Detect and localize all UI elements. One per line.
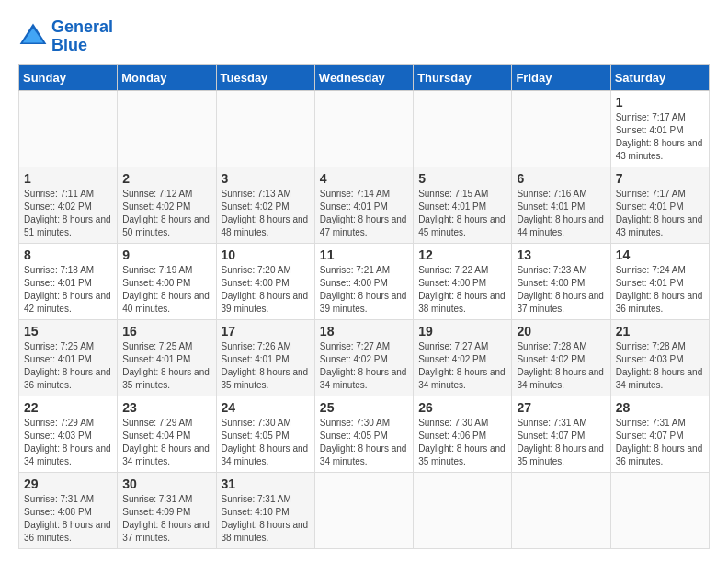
calendar-cell: 18 Sunrise: 7:27 AM Sunset: 4:02 PM Dayl… [314,319,413,396]
calendar-cell: 17 Sunrise: 7:26 AM Sunset: 4:01 PM Dayl… [216,319,314,396]
day-number: 1 [616,95,704,109]
day-number: 11 [320,247,408,262]
day-number: 20 [517,324,605,339]
calendar-cell: 16 Sunrise: 7:25 AM Sunset: 4:01 PM Dayl… [118,319,216,396]
day-info: Sunrise: 7:20 AM Sunset: 4:00 PM Dayligh… [222,264,310,316]
day-info: Sunrise: 7:17 AM Sunset: 4:01 PM Dayligh… [616,111,704,163]
day-number: 3 [222,171,310,186]
day-number: 23 [122,400,210,415]
day-number: 5 [418,171,506,186]
day-info: Sunrise: 7:18 AM Sunset: 4:01 PM Dayligh… [24,264,112,316]
day-info: Sunrise: 7:13 AM Sunset: 4:02 PM Dayligh… [222,188,310,239]
day-info: Sunrise: 7:15 AM Sunset: 4:01 PM Dayligh… [418,188,506,239]
calendar-cell: 2 Sunrise: 7:12 AM Sunset: 4:02 PM Dayli… [118,167,216,243]
day-info: Sunrise: 7:25 AM Sunset: 4:01 PM Dayligh… [24,340,112,392]
calendar-cell: 1 Sunrise: 7:17 AM Sunset: 4:01 PM Dayli… [610,90,709,167]
day-number: 24 [222,400,310,415]
day-info: Sunrise: 7:29 AM Sunset: 4:04 PM Dayligh… [122,417,210,468]
day-info: Sunrise: 7:19 AM Sunset: 4:00 PM Dayligh… [122,264,210,316]
calendar-cell [414,472,512,548]
calendar-cell: 25 Sunrise: 7:30 AM Sunset: 4:05 PM Dayl… [314,396,413,472]
calendar-week-6: 29 Sunrise: 7:31 AM Sunset: 4:08 PM Dayl… [19,472,710,548]
weekday-header-sunday: Sunday [19,64,118,90]
day-number: 26 [418,400,506,415]
day-info: Sunrise: 7:17 AM Sunset: 4:01 PM Dayligh… [616,188,704,239]
calendar-cell [314,90,413,167]
day-number: 27 [517,400,605,415]
calendar-cell: 19 Sunrise: 7:27 AM Sunset: 4:02 PM Dayl… [414,319,512,396]
day-number: 31 [222,477,310,491]
calendar-cell: 31 Sunrise: 7:31 AM Sunset: 4:10 PM Dayl… [216,472,314,548]
day-number: 29 [24,477,112,491]
day-info: Sunrise: 7:24 AM Sunset: 4:01 PM Dayligh… [616,264,704,316]
calendar-cell: 1 Sunrise: 7:11 AM Sunset: 4:02 PM Dayli… [19,167,118,243]
day-info: Sunrise: 7:31 AM Sunset: 4:10 PM Dayligh… [222,493,310,545]
logo-text: General Blue [51,18,113,55]
day-number: 21 [616,324,704,339]
day-info: Sunrise: 7:31 AM Sunset: 4:07 PM Dayligh… [517,417,605,468]
day-number: 7 [616,171,704,186]
day-info: Sunrise: 7:11 AM Sunset: 4:02 PM Dayligh… [24,188,112,239]
day-info: Sunrise: 7:25 AM Sunset: 4:01 PM Dayligh… [122,340,210,392]
page-header: General Blue [18,18,710,55]
calendar-cell: 9 Sunrise: 7:19 AM Sunset: 4:00 PM Dayli… [118,243,216,319]
calendar-cell: 12 Sunrise: 7:22 AM Sunset: 4:00 PM Dayl… [414,243,512,319]
calendar-cell [512,472,610,548]
day-number: 19 [418,324,506,339]
calendar-week-5: 22 Sunrise: 7:29 AM Sunset: 4:03 PM Dayl… [19,396,710,472]
calendar-cell: 11 Sunrise: 7:21 AM Sunset: 4:00 PM Dayl… [314,243,413,319]
calendar-week-4: 15 Sunrise: 7:25 AM Sunset: 4:01 PM Dayl… [19,319,710,396]
calendar-cell: 3 Sunrise: 7:13 AM Sunset: 4:02 PM Dayli… [216,167,314,243]
calendar-cell [216,90,314,167]
calendar-cell: 28 Sunrise: 7:31 AM Sunset: 4:07 PM Dayl… [610,396,709,472]
day-number: 10 [222,247,310,262]
calendar-week-3: 8 Sunrise: 7:18 AM Sunset: 4:01 PM Dayli… [19,243,710,319]
day-number: 25 [320,400,408,415]
calendar-cell: 20 Sunrise: 7:28 AM Sunset: 4:02 PM Dayl… [512,319,610,396]
day-info: Sunrise: 7:31 AM Sunset: 4:09 PM Dayligh… [122,493,210,545]
day-number: 6 [517,171,605,186]
weekday-header-wednesday: Wednesday [314,64,413,90]
calendar-cell: 4 Sunrise: 7:14 AM Sunset: 4:01 PM Dayli… [314,167,413,243]
day-number: 14 [616,247,704,262]
calendar-cell: 10 Sunrise: 7:20 AM Sunset: 4:00 PM Dayl… [216,243,314,319]
day-info: Sunrise: 7:26 AM Sunset: 4:01 PM Dayligh… [222,340,310,392]
calendar-cell: 14 Sunrise: 7:24 AM Sunset: 4:01 PM Dayl… [610,243,709,319]
calendar-cell [314,472,413,548]
calendar-week-2: 1 Sunrise: 7:11 AM Sunset: 4:02 PM Dayli… [19,167,710,243]
logo: General Blue [18,18,113,55]
day-info: Sunrise: 7:31 AM Sunset: 4:07 PM Dayligh… [616,417,704,468]
day-info: Sunrise: 7:28 AM Sunset: 4:03 PM Dayligh… [616,340,704,392]
logo-icon [18,22,48,52]
day-number: 4 [320,171,408,186]
calendar-cell: 24 Sunrise: 7:30 AM Sunset: 4:05 PM Dayl… [216,396,314,472]
weekday-header-monday: Monday [118,64,216,90]
day-info: Sunrise: 7:30 AM Sunset: 4:05 PM Dayligh… [222,417,310,468]
calendar-cell: 27 Sunrise: 7:31 AM Sunset: 4:07 PM Dayl… [512,396,610,472]
day-number: 28 [616,400,704,415]
day-number: 1 [24,171,112,186]
calendar-cell [19,90,118,167]
calendar-cell: 29 Sunrise: 7:31 AM Sunset: 4:08 PM Dayl… [19,472,118,548]
calendar-cell: 30 Sunrise: 7:31 AM Sunset: 4:09 PM Dayl… [118,472,216,548]
day-number: 30 [122,477,210,491]
weekday-header-saturday: Saturday [610,64,709,90]
calendar-week-1: 1 Sunrise: 7:17 AM Sunset: 4:01 PM Dayli… [19,90,710,167]
day-info: Sunrise: 7:23 AM Sunset: 4:00 PM Dayligh… [517,264,605,316]
day-number: 2 [122,171,210,186]
weekday-header-friday: Friday [512,64,610,90]
day-info: Sunrise: 7:27 AM Sunset: 4:02 PM Dayligh… [320,340,408,392]
weekday-header-thursday: Thursday [414,64,512,90]
day-number: 13 [517,247,605,262]
day-info: Sunrise: 7:16 AM Sunset: 4:01 PM Dayligh… [517,188,605,239]
day-number: 18 [320,324,408,339]
day-info: Sunrise: 7:22 AM Sunset: 4:00 PM Dayligh… [418,264,506,316]
calendar-cell [512,90,610,167]
day-number: 22 [24,400,112,415]
day-number: 15 [24,324,112,339]
day-info: Sunrise: 7:30 AM Sunset: 4:05 PM Dayligh… [320,417,408,468]
calendar-cell: 23 Sunrise: 7:29 AM Sunset: 4:04 PM Dayl… [118,396,216,472]
day-number: 8 [24,247,112,262]
calendar-cell: 22 Sunrise: 7:29 AM Sunset: 4:03 PM Dayl… [19,396,118,472]
calendar-table: SundayMondayTuesdayWednesdayThursdayFrid… [18,64,710,549]
